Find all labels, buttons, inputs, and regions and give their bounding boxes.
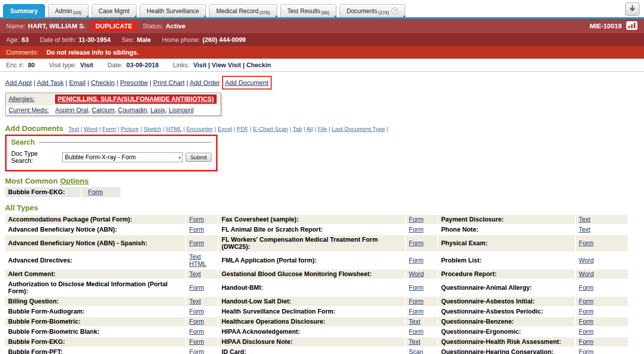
doc-link-form[interactable]: Form	[579, 348, 593, 354]
current-meds-link[interactable]: Current Meds:	[9, 107, 55, 114]
doc-link-form[interactable]: Form	[409, 308, 423, 315]
add-doc-link-html[interactable]: HTML	[166, 126, 182, 132]
doc-link-scan[interactable]: Scan	[409, 348, 423, 354]
tab-admin[interactable]: Admin(43)	[48, 4, 89, 17]
collapse-panel-button[interactable]	[625, 3, 639, 16]
doc-type-label: Questionnaire-Asbestos Initial:	[438, 297, 576, 307]
doc-link-form[interactable]: Form	[409, 328, 423, 335]
popout-icon[interactable]: ↗	[392, 8, 398, 14]
doc-link-form[interactable]: Form	[579, 240, 593, 247]
doc-link-html[interactable]: HTML	[189, 260, 206, 268]
action-link-print-chart[interactable]: Print Chart	[153, 79, 185, 86]
doc-link-form[interactable]: Form	[409, 226, 423, 233]
action-link-email[interactable]: Email	[69, 79, 86, 86]
tab-health-surveillance[interactable]: Health Surveillance	[140, 4, 206, 17]
doc-link-form[interactable]: Form	[579, 284, 593, 291]
doc-type-actions: Form	[576, 327, 629, 337]
doc-link-form[interactable]: Form	[189, 338, 204, 345]
doc-link-form[interactable]: Form	[579, 298, 593, 305]
add-doc-link-tab[interactable]: Tab	[292, 126, 302, 132]
encounter-link-checkin[interactable]: Checkin	[246, 62, 271, 69]
doc-link-text[interactable]: Text	[189, 253, 201, 260]
doc-link-form[interactable]: Form	[189, 318, 204, 325]
doc-link-form[interactable]: Form	[189, 308, 204, 315]
current-meds-list: Aspirin Oral, Calcium, Coumadin, Lasix, …	[55, 107, 194, 114]
doc-link-form[interactable]: Form	[409, 216, 423, 223]
flowsheet-chart-icon[interactable]	[626, 21, 638, 32]
doc-link-form[interactable]: Form	[579, 328, 593, 335]
doc-type-label: Bubble Form-Biometric:	[5, 317, 186, 327]
add-doc-link-excel[interactable]: Excel	[218, 126, 232, 132]
tab-case-mgmt[interactable]: Case Mgmt	[92, 4, 137, 17]
add-doc-link-e-chart-scan[interactable]: E-Chart Scan	[253, 126, 288, 132]
encounter-link-visit[interactable]: Visit	[193, 62, 206, 69]
doc-link-form[interactable]: Form	[189, 328, 204, 335]
doc-link-form[interactable]: Form	[409, 298, 423, 305]
add-doc-link-sketch[interactable]: Sketch	[144, 126, 161, 132]
add-doc-link-file[interactable]: File	[318, 126, 327, 132]
doc-link-form[interactable]: Form	[409, 257, 423, 264]
doc-link-form[interactable]: Form	[579, 308, 593, 315]
med-link-calcium[interactable]: Calcium	[92, 107, 114, 114]
separator: |	[248, 126, 253, 132]
add-doc-link-encounter[interactable]: Encounter	[186, 126, 212, 132]
med-link-lisinopril[interactable]: Lisinopril	[168, 107, 193, 114]
allergy-value-link[interactable]: PENICILLINS, SULFA(SULFONAMIDE ANTIBIOTI…	[55, 95, 217, 104]
add-doc-link-all[interactable]: All	[307, 126, 313, 132]
doc-type-actions: Form	[406, 307, 438, 317]
doc-link-word[interactable]: Word	[579, 271, 594, 278]
allergies-link[interactable]: Allergies:	[9, 96, 55, 103]
doc-link-form[interactable]: Form	[189, 226, 204, 233]
doc-link-form[interactable]: Form	[189, 216, 204, 223]
age-pair: Age: 63	[6, 36, 29, 43]
doc-link-text[interactable]: Text	[189, 298, 201, 305]
action-link-add-order[interactable]: Add Order	[190, 79, 220, 86]
separator: |	[161, 126, 166, 132]
add-doc-link-form[interactable]: Form	[102, 126, 116, 132]
med-link-lasix[interactable]: Lasix	[150, 107, 165, 114]
doc-type-label: FL Workers' Compensation Medical Treatme…	[219, 235, 406, 252]
doc-link-form[interactable]: Form	[88, 189, 103, 196]
add-doc-link-picture[interactable]: Picture	[120, 126, 139, 132]
doc-link-text[interactable]: Text	[579, 216, 590, 223]
doc-link-form[interactable]: Form	[579, 338, 593, 345]
submit-button[interactable]: Submit	[186, 153, 211, 162]
action-link-add-appt[interactable]: Add Appt	[5, 79, 32, 86]
doc-link-form[interactable]: Form	[189, 284, 204, 291]
action-link-prescribe[interactable]: Prescribe	[120, 79, 148, 86]
doc-link-form[interactable]: Form	[409, 240, 423, 247]
doc-link-form[interactable]: Form	[189, 240, 204, 247]
tab-count: (376)	[260, 10, 270, 15]
tab-documents[interactable]: Documents(274)↗	[339, 4, 405, 17]
doc-type-label: Advanced Beneficiary Notice (ABN) - Span…	[5, 235, 186, 252]
med-link-aspirin-oral[interactable]: Aspirin Oral	[55, 107, 88, 114]
doc-link-form[interactable]: Form	[189, 348, 204, 354]
doc-type-label: Questionnaire-Benzene:	[438, 317, 576, 327]
doc-link-text[interactable]: Text	[409, 338, 420, 345]
doc-type-label: Procedure Report:	[438, 270, 576, 280]
separator: |	[85, 79, 91, 86]
doc-link-word[interactable]: Word	[579, 257, 594, 264]
encounter-link-view-visit[interactable]: View Visit	[212, 62, 241, 69]
doc-link-form[interactable]: Form	[579, 318, 593, 325]
doc-link-form[interactable]: Form	[409, 284, 423, 291]
options-link[interactable]: Options	[60, 176, 89, 185]
tab-test-results[interactable]: Test Results(65)	[280, 4, 336, 17]
action-link-add-task[interactable]: Add Task	[37, 79, 64, 86]
add-doc-link-word[interactable]: Word	[84, 126, 98, 132]
doc-type-label: Authorization to Disclose Medical Inform…	[5, 280, 186, 297]
doc-type-search-input[interactable]	[62, 152, 183, 162]
doc-type-label: Physical Exam:	[438, 235, 576, 252]
doc-link-text[interactable]: Text	[189, 271, 201, 278]
med-link-coumadin[interactable]: Coumadin	[118, 107, 147, 114]
action-link-checkin[interactable]: Checkin	[91, 79, 115, 86]
doc-link-text[interactable]: Text	[409, 318, 420, 325]
tab-summary[interactable]: Summary	[3, 4, 45, 17]
add-doc-link-last-document-type[interactable]: Last Document Type	[332, 126, 385, 132]
action-link-add-document[interactable]: Add Document	[225, 79, 269, 86]
doc-link-text[interactable]: Text	[579, 226, 590, 233]
add-doc-link-text[interactable]: Text	[68, 126, 79, 132]
add-doc-link-pdf[interactable]: PDF	[237, 126, 248, 132]
doc-link-word[interactable]: Word	[409, 271, 424, 278]
tab-medical-record[interactable]: Medical Record(376)	[209, 4, 277, 17]
